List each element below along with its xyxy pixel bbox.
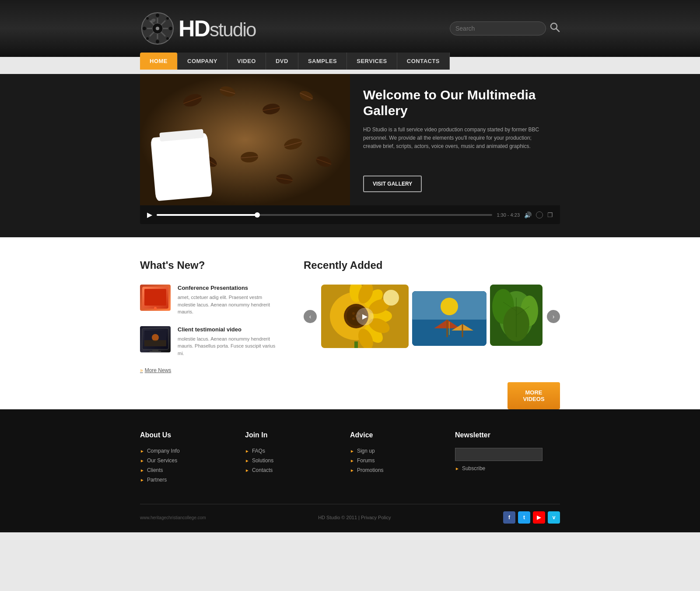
vimeo-icon[interactable]: v: [548, 511, 560, 524]
footer-inner: About Us ► Company Info ► Our Services ►…: [140, 431, 560, 524]
svg-point-13: [143, 27, 146, 30]
footer-link-clients[interactable]: ► Clients: [140, 467, 236, 473]
more-news-arrow: »: [140, 367, 143, 373]
content-row: What's New?: [140, 259, 560, 383]
subscribe-link[interactable]: ► Subscribe: [455, 465, 551, 471]
news-thumb-svg-2: [140, 326, 171, 352]
footer-arrow-icon-2: ►: [140, 458, 144, 463]
social-icons: f t ▶ v: [503, 511, 560, 524]
news-thumb-svg-1: [140, 285, 171, 311]
visit-gallery-button[interactable]: VISIT GALLERY: [363, 176, 422, 192]
carousel-next-button[interactable]: ›: [547, 310, 560, 323]
more-news-label: More News: [145, 367, 172, 373]
svg-point-16: [166, 37, 169, 40]
footer-cols: About Us ► Company Info ► Our Services ►…: [140, 431, 560, 486]
svg-point-15: [146, 17, 149, 20]
logo-text: HDstudio: [178, 15, 256, 42]
nav-inner: HOME COMPANY VIDEO DVD SAMPLES SERVICES …: [140, 53, 560, 70]
news-content-2: Client testimonial video molestie lacus.…: [178, 326, 277, 357]
svg-rect-55: [150, 351, 161, 352]
footer-link-faqs[interactable]: ► FAQs: [245, 448, 341, 454]
subscribe-arrow-icon: ►: [455, 466, 459, 471]
footer-link-solutions[interactable]: ► Solutions: [245, 457, 341, 464]
subscribe-label: Subscribe: [462, 465, 485, 471]
footer-link-contacts[interactable]: ► Contacts: [245, 467, 341, 473]
search-button[interactable]: [550, 22, 560, 35]
recently-added-section: Recently Added ‹: [304, 259, 560, 383]
recently-added-title: Recently Added: [304, 259, 560, 271]
play-overlay-1: ▶: [321, 285, 409, 348]
hero-content: Welcome to Our Multimedia Gallery HD Stu…: [140, 74, 560, 205]
footer-advice-title: Advice: [350, 431, 446, 439]
nav-item-home[interactable]: HOME: [140, 53, 178, 70]
news-item-1: Conference Presentations amet, cctetuer …: [140, 285, 277, 316]
svg-point-49: [154, 307, 157, 310]
footer-link-company-info[interactable]: ► Company Info: [140, 448, 236, 454]
gallery-carousel: ‹: [304, 285, 560, 348]
footer-link-our-services[interactable]: ► Our Services: [140, 457, 236, 464]
footer-url-text: www.heritagechristiancollege.com: [140, 515, 206, 520]
whats-new-section: What's New?: [140, 259, 277, 383]
gallery-item-1[interactable]: ▶: [321, 285, 409, 348]
twitter-icon[interactable]: t: [518, 511, 530, 524]
footer-col-about: About Us ► Company Info ► Our Services ►…: [140, 431, 245, 486]
footer-arrow-icon-6: ►: [245, 458, 249, 463]
more-news-link[interactable]: » More News: [140, 367, 277, 373]
news-thumb-2: [140, 326, 171, 352]
gallery-svg-2: [412, 291, 486, 346]
progress-fill: [157, 214, 257, 216]
footer-arrow-icon-4: ►: [140, 478, 144, 482]
time-display: 1:30 - 4:23: [497, 212, 520, 218]
progress-bar[interactable]: [157, 214, 492, 216]
footer-link-signup[interactable]: ► Sign up: [350, 448, 446, 454]
facebook-icon[interactable]: f: [503, 511, 515, 524]
svg-point-17: [166, 17, 169, 20]
whats-new-title: What's New?: [140, 259, 277, 271]
svg-point-2: [156, 27, 159, 30]
white-section: What's New?: [0, 237, 700, 409]
logo-area: HDstudio: [140, 11, 256, 46]
nav-bar: HOME COMPANY VIDEO DVD SAMPLES SERVICES …: [0, 53, 700, 70]
nav-item-dvd[interactable]: DVD: [266, 53, 298, 70]
footer-arrow-icon-7: ►: [245, 468, 249, 473]
hero-description: HD Studio is a full service video produc…: [363, 126, 547, 151]
nav-item-contacts[interactable]: CONTACTS: [397, 53, 450, 70]
volume-icon[interactable]: 🔊: [524, 211, 532, 218]
hero-video-thumbnail[interactable]: [140, 74, 350, 205]
youtube-icon[interactable]: ▶: [533, 511, 545, 524]
carousel-prev-button[interactable]: ‹: [304, 310, 317, 323]
footer-arrow-icon-9: ►: [350, 458, 354, 463]
play-button[interactable]: ▶: [147, 211, 152, 219]
hero-text-panel: Welcome to Our Multimedia Gallery HD Stu…: [350, 74, 560, 205]
footer-link-partners[interactable]: ► Partners: [140, 477, 236, 483]
gallery-item-2[interactable]: [412, 291, 486, 346]
svg-point-18: [146, 37, 149, 40]
svg-point-14: [169, 27, 172, 30]
svg-point-52: [152, 334, 159, 341]
footer-arrow-icon-3: ►: [140, 468, 144, 473]
footer-link-promotions[interactable]: ► Promotions: [350, 467, 446, 473]
news-item-2: Client testimonial video molestie lacus.…: [140, 326, 277, 357]
more-videos-button[interactable]: MORE VIDEOS: [508, 382, 560, 409]
coffee-scene-svg: [140, 74, 350, 205]
footer-link-forums[interactable]: ► Forums: [350, 457, 446, 464]
fullscreen-button[interactable]: ❐: [547, 211, 553, 218]
footer-about-title: About Us: [140, 431, 236, 439]
nav-item-services[interactable]: SERVICES: [347, 53, 397, 70]
footer-col-newsletter: Newsletter ► Subscribe: [455, 431, 560, 486]
nav-item-video[interactable]: VIDEO: [228, 53, 266, 70]
footer-col-join: Join In ► FAQs ► Solutions ► Contacts: [245, 431, 350, 486]
footer-copyright: HD Studio © 2011 | Privacy Policy: [318, 515, 391, 520]
news-thumb-1: [140, 285, 171, 311]
nav-item-company[interactable]: COMPANY: [178, 53, 228, 70]
svg-rect-48: [144, 289, 166, 306]
gallery-item-3[interactable]: [490, 285, 542, 346]
newsletter-input[interactable]: [455, 448, 542, 461]
loop-button[interactable]: [536, 211, 543, 218]
footer-arrow-icon-5: ►: [245, 449, 249, 454]
nav-item-samples[interactable]: SAMPLES: [298, 53, 347, 70]
play-circle-1: ▶: [356, 308, 374, 325]
footer-newsletter-title: Newsletter: [455, 431, 551, 439]
search-input[interactable]: [450, 21, 546, 35]
hero-title: Welcome to Our Multimedia Gallery: [363, 87, 547, 119]
